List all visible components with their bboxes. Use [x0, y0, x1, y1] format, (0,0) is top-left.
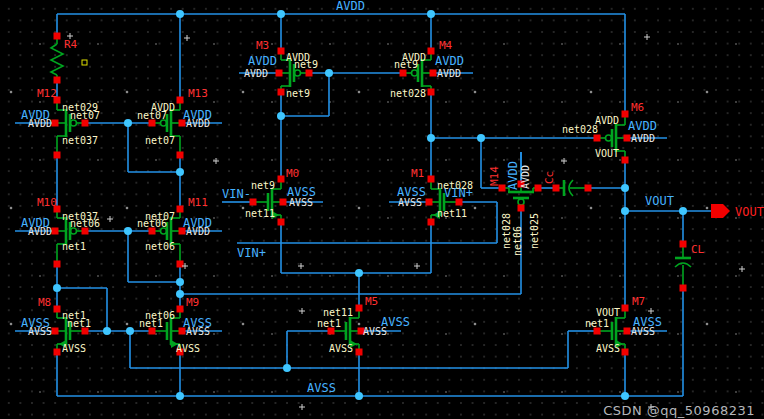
- label-AVDD: AVDD: [628, 119, 657, 133]
- label-AVSS: AVSS: [176, 343, 200, 354]
- label-net9: net9: [251, 180, 275, 191]
- label-VIN-: VIN-: [222, 187, 251, 201]
- pin-square: [278, 48, 285, 55]
- capacitor-CL[interactable]: [675, 241, 691, 292]
- label-AVDD: AVDD: [631, 133, 655, 144]
- label-M14: M14: [488, 166, 501, 186]
- label-M5: M5: [365, 295, 378, 308]
- label-R4: R4: [64, 38, 78, 51]
- wire-junction: [477, 134, 485, 142]
- label-net1: net1: [139, 318, 163, 329]
- label-net11: net11: [437, 208, 467, 219]
- label-AVDD: AVDD: [435, 54, 464, 68]
- grid-plus-mark: [644, 34, 650, 40]
- pin-square: [428, 219, 435, 226]
- grid-plus-mark: [213, 158, 219, 164]
- label-AVSS: AVSS: [62, 343, 86, 354]
- capacitor-Cc[interactable]: [553, 180, 592, 196]
- label-net11: net11: [323, 307, 353, 318]
- grid-plus-mark: [299, 404, 305, 410]
- grid-plus-mark: [299, 308, 305, 314]
- grid-plus-mark: [414, 263, 420, 269]
- schematic-svg: VOUTAVDDAVSSVIN+VIN-VIN+VOUTR4M12M13M10M…: [0, 0, 764, 419]
- pin-square: [278, 176, 285, 183]
- label-M9: M9: [186, 296, 199, 309]
- grid-plus-mark: [648, 308, 654, 314]
- pin-square: [622, 111, 629, 118]
- label-net1: net1: [317, 318, 341, 329]
- schematic-canvas[interactable]: VOUTAVDDAVSSVIN+VIN-VIN+VOUTR4M12M13M10M…: [0, 0, 764, 419]
- pin-square: [54, 152, 61, 159]
- wire-junction: [679, 207, 687, 215]
- pin-square: [624, 328, 631, 335]
- pin-square: [54, 33, 61, 40]
- pin-square: [52, 228, 59, 235]
- label-VOUT: VOUT: [645, 194, 674, 208]
- label-AVSS: AVSS: [397, 185, 426, 199]
- label-AVSS: AVSS: [633, 315, 662, 329]
- pin-square: [177, 152, 184, 159]
- pin-square: [622, 349, 629, 356]
- pin-square: [177, 97, 184, 104]
- pin-square: [177, 206, 184, 213]
- pin-square: [428, 89, 435, 96]
- label-Cc: Cc: [543, 171, 556, 184]
- label-AVSS: AVSS: [307, 381, 336, 395]
- label-net9: net9: [294, 59, 318, 70]
- pin-square: [428, 48, 435, 55]
- label-M4: M4: [439, 39, 453, 52]
- pin-square: [52, 328, 59, 335]
- label-VIN+: VIN+: [237, 246, 266, 260]
- label-net06: net06: [512, 226, 523, 256]
- pin-square: [306, 70, 313, 77]
- label-net037: net037: [62, 135, 98, 146]
- wire-junction: [355, 392, 363, 400]
- label-M10: M10: [37, 196, 57, 209]
- output-pin-vout[interactable]: VOUT: [711, 204, 764, 219]
- pin-square: [356, 349, 363, 356]
- wire-junction: [176, 278, 184, 286]
- label-M7: M7: [632, 295, 645, 308]
- wire-junction: [427, 134, 435, 142]
- label-AVDD: AVDD: [21, 216, 50, 230]
- pin-square: [400, 70, 407, 77]
- pin-square: [585, 185, 592, 192]
- wire-junction: [103, 327, 111, 335]
- label-AVSS: AVSS: [287, 185, 316, 199]
- pin-square: [518, 205, 525, 212]
- grid-plus-mark: [107, 216, 113, 222]
- label-net9: net9: [286, 88, 310, 99]
- pin-square: [177, 306, 184, 313]
- resistor-R4[interactable]: [51, 33, 63, 84]
- label-M11: M11: [188, 196, 208, 209]
- label-net028: net028: [437, 180, 473, 191]
- label-net025: net025: [529, 213, 540, 249]
- label-M1: M1: [411, 167, 424, 180]
- label-net028: net028: [562, 124, 598, 135]
- pin-square: [535, 185, 542, 192]
- label-net9: net9: [394, 59, 418, 70]
- label-M8: M8: [38, 296, 51, 309]
- pin-square: [594, 135, 601, 142]
- label-VOUT: VOUT: [595, 148, 619, 159]
- pin-square: [430, 70, 437, 77]
- label-AVSS: AVSS: [329, 343, 353, 354]
- wire-junction: [176, 290, 184, 298]
- label-AVSS: AVSS: [596, 343, 620, 354]
- wire-junction: [621, 207, 629, 215]
- wire-junction: [176, 10, 184, 18]
- wire-junction: [283, 364, 291, 372]
- label-AVDD: AVDD: [21, 108, 50, 122]
- label-net028: net028: [501, 213, 512, 249]
- pin-square: [280, 199, 287, 206]
- label-net06: net06: [70, 218, 100, 229]
- label-M0: M0: [286, 167, 299, 180]
- label-net07: net07: [145, 135, 175, 146]
- pin-square: [622, 305, 629, 312]
- wire-junction: [277, 10, 285, 18]
- pin-square: [54, 306, 61, 313]
- pin-square: [428, 176, 435, 183]
- label-net11: net11: [245, 208, 275, 219]
- label-AVDD: AVDD: [595, 115, 619, 126]
- pin-square: [278, 219, 285, 226]
